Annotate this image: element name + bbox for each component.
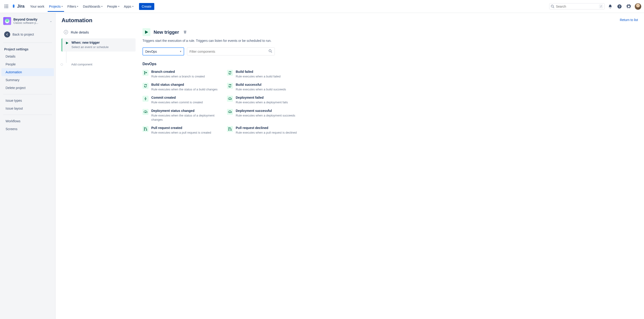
return-to-list-link[interactable]: Return to list — [620, 18, 638, 22]
settings-icon[interactable] — [625, 3, 632, 10]
create-button[interactable]: Create — [139, 3, 154, 10]
svg-text:?: ? — [618, 5, 620, 8]
rule-builder-column: i Rule details When: new trigger Select … — [62, 28, 136, 135]
search-icon — [551, 5, 554, 8]
product-name: Jira — [17, 4, 24, 9]
trigger-build-successful[interactable]: Build successful Rule executes when a bu… — [227, 83, 304, 91]
trigger-item-desc: Rule executes when a deployment succeeds — [236, 113, 295, 118]
search-shortcut: / — [599, 4, 603, 8]
top-navigation: Jira Your workProjects▾Filters▾Dashboard… — [0, 0, 644, 13]
trigger-deployment-successful[interactable]: Deployment successful Rule executes when… — [227, 109, 304, 122]
sidebar-automation[interactable]: Automation — [2, 68, 54, 76]
sidebar-screens[interactable]: Screens — [2, 125, 54, 133]
search-icon — [268, 49, 272, 54]
nav-apps[interactable]: Apps▾ — [122, 1, 136, 11]
project-name: Beyond Gravity — [14, 17, 48, 21]
trigger-item-title: Build status changed — [151, 83, 218, 86]
svg-rect-6 — [8, 5, 8, 5]
svg-rect-8 — [6, 6, 7, 7]
cycle-icon — [227, 83, 233, 89]
trigger-item-title: Deployment successful — [236, 109, 295, 113]
nav-people[interactable]: People▾ — [105, 1, 122, 11]
svg-rect-12 — [8, 7, 8, 8]
play-icon — [66, 41, 69, 49]
trigger-item-title: Build failed — [236, 70, 280, 73]
nav-your-work[interactable]: Your work — [28, 1, 47, 11]
svg-rect-9 — [8, 6, 8, 7]
trigger-title: New trigger — [154, 29, 179, 35]
project-sidebar: Beyond Gravity Classic software p... ⌄ B… — [0, 13, 56, 319]
sidebar-people[interactable]: People — [2, 60, 54, 68]
nav-filters[interactable]: Filters▾ — [65, 1, 80, 11]
sidebar-issue-layout[interactable]: Issue layout — [2, 104, 54, 112]
commit-icon — [142, 96, 148, 102]
trigger-item-desc: Rule executes when a build succeeds — [236, 87, 286, 91]
trigger-branch-created[interactable]: Branch created Rule executes when a bran… — [142, 70, 220, 79]
category-heading: DevOps — [142, 62, 304, 66]
delete-trigger-icon[interactable] — [183, 30, 187, 34]
trigger-item-title: Commit created — [151, 96, 203, 99]
info-icon: i — [64, 30, 68, 34]
notifications-icon[interactable] — [606, 3, 614, 10]
add-component[interactable]: Add component — [62, 63, 136, 66]
svg-rect-7 — [5, 6, 5, 7]
filter-components-input[interactable] — [187, 47, 275, 55]
sidebar-details[interactable]: Details — [2, 52, 54, 60]
add-component-label: Add component — [71, 63, 92, 66]
cloud-icon — [142, 109, 148, 115]
arrow-left-icon — [4, 31, 10, 37]
trigger-play-icon — [142, 28, 150, 36]
sidebar-workflows[interactable]: Workflows — [2, 117, 54, 125]
filter-field[interactable] — [190, 50, 267, 53]
category-select-value: DevOps — [145, 50, 157, 53]
trigger-item-desc: Rule executes when a build failed — [236, 74, 280, 79]
cloud-icon — [227, 109, 233, 115]
jira-logo[interactable]: Jira — [11, 4, 24, 9]
trigger-panel: New trigger Triggers start the execution… — [142, 28, 304, 135]
trigger-build-status-changed[interactable]: Build status changed Rule executes when … — [142, 83, 220, 91]
trigger-item-desc: Rule executes when a deployment fails — [236, 100, 288, 104]
sidebar-delete-project[interactable]: Delete project — [2, 84, 54, 92]
trigger-item-desc: Rule executes when a pull request is dec… — [236, 131, 297, 135]
svg-rect-10 — [5, 7, 5, 8]
trigger-commit-created[interactable]: Commit created Rule executes when commit… — [142, 96, 220, 104]
trigger-build-failed[interactable]: Build failed Rule executes when a build … — [227, 70, 304, 79]
pr-icon — [142, 126, 148, 132]
trigger-description: Triggers start the execution of a rule. … — [142, 38, 304, 43]
project-type: Classic software p... — [14, 21, 48, 24]
chevron-down-icon: ▾ — [118, 5, 119, 8]
trigger-deployment-failed[interactable]: Deployment failed Rule executes when a d… — [227, 96, 304, 104]
back-to-project[interactable]: Back to project — [0, 29, 55, 40]
trigger-deployment-status-changed[interactable]: Deployment status changed Rule executes … — [142, 109, 220, 122]
svg-rect-11 — [6, 7, 7, 8]
trigger-pull-request-declined[interactable]: Pull request declined Rule executes when… — [227, 126, 304, 135]
sidebar-heading: Project settings — [0, 45, 55, 52]
app-switcher-icon[interactable] — [3, 3, 10, 10]
search-field[interactable] — [556, 5, 598, 8]
svg-point-16 — [269, 50, 271, 52]
pr-icon — [227, 126, 233, 132]
back-label: Back to project — [12, 32, 34, 36]
sidebar-summary[interactable]: Summary — [2, 76, 54, 84]
nav-dashboards[interactable]: Dashboards▾ — [80, 1, 105, 11]
trigger-item-title: Deployment status changed — [151, 109, 220, 113]
nav-projects[interactable]: Projects▾ — [47, 1, 65, 11]
rule-details-row[interactable]: i Rule details — [62, 28, 136, 36]
trigger-item-title: Pull request declined — [236, 126, 297, 130]
chevron-down-icon: ▾ — [180, 50, 181, 53]
help-icon[interactable]: ? — [616, 3, 623, 10]
cycle-icon — [227, 70, 233, 76]
category-select[interactable]: DevOps ▾ — [142, 47, 184, 55]
trigger-pull-request-created[interactable]: Pull request created Rule executes when … — [142, 126, 220, 135]
user-avatar[interactable] — [635, 3, 641, 10]
project-switcher[interactable]: Beyond Gravity Classic software p... ⌄ — [0, 17, 55, 27]
chevron-down-icon: ▾ — [62, 5, 63, 8]
search-input[interactable]: / — [549, 3, 605, 9]
chevron-down-icon: ▾ — [101, 5, 102, 8]
rule-trigger-card[interactable]: When: new trigger Select an event or sch… — [62, 38, 136, 51]
trigger-item-desc: Rule executes when commit is created — [151, 100, 203, 104]
cloud-icon — [227, 96, 233, 102]
chevron-down-icon: ▾ — [77, 5, 78, 8]
rule-card-title: When: new trigger — [72, 41, 108, 44]
sidebar-issue-types[interactable]: Issue types — [2, 97, 54, 104]
